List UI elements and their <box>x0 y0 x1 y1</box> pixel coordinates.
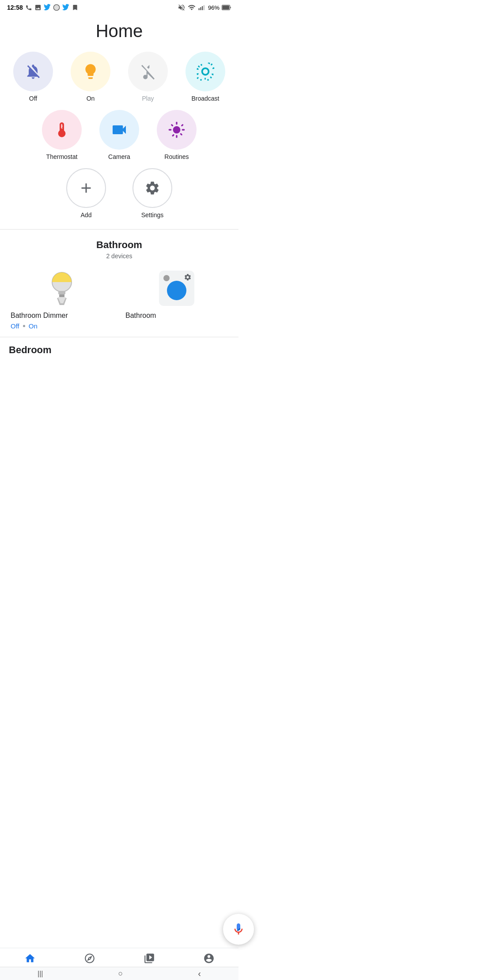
shortcut-thermostat-label: Thermostat <box>46 153 78 160</box>
svg-rect-1 <box>198 8 199 11</box>
shortcuts-row2: Thermostat Camera Routines <box>0 110 238 160</box>
control-separator <box>23 325 25 327</box>
svg-rect-9 <box>58 291 65 294</box>
off-icon-circle <box>13 52 53 91</box>
shortcuts-row1: Off On Play Broadcast <box>0 52 238 102</box>
shortcut-on[interactable]: On <box>71 52 110 102</box>
svg-rect-10 <box>59 294 64 297</box>
broadcast-icon-circle <box>186 52 225 91</box>
device-bathroom[interactable]: Bathroom <box>124 268 230 330</box>
bathroom-device-name: Bathroom <box>124 312 156 320</box>
shortcut-routines[interactable]: Routines <box>157 110 197 160</box>
bookmark-icon <box>72 4 79 11</box>
page-title: Home <box>0 21 238 41</box>
shortcut-routines-label: Routines <box>164 153 189 160</box>
routines-icon-circle <box>157 110 197 150</box>
twitter2-icon <box>62 4 69 11</box>
thermostat-icon-circle <box>42 110 82 150</box>
bathroom-device-icon-area <box>124 268 230 308</box>
shortcut-settings[interactable]: Settings <box>132 168 172 219</box>
device-dot <box>163 275 170 281</box>
shortcut-thermostat[interactable]: Thermostat <box>42 110 82 160</box>
dimmer-off-btn[interactable]: Off <box>11 322 19 330</box>
videocam-icon <box>110 121 128 139</box>
partial-room-name: Be <box>9 344 21 355</box>
thermometer-icon <box>53 121 71 139</box>
shortcut-camera-label: Camera <box>108 153 130 160</box>
battery-level: 96% <box>208 4 220 11</box>
signal-icon <box>198 4 206 11</box>
dimmer-on-btn[interactable]: On <box>29 322 38 330</box>
svg-rect-3 <box>202 6 203 10</box>
shortcut-add-label: Add <box>81 211 92 219</box>
camera-icon-circle <box>99 110 139 150</box>
play-icon-circle <box>128 52 168 91</box>
shortcut-settings-label: Settings <box>141 211 164 219</box>
page-header: Home <box>0 13 238 52</box>
dimmer-device-name: Bathroom Dimmer <box>9 312 68 320</box>
dimmer-bulb-icon <box>46 270 77 307</box>
phone-icon <box>25 4 32 11</box>
battery-icon <box>222 5 231 10</box>
shortcuts-row3: Add Settings <box>0 168 238 219</box>
dimmer-icon-area <box>9 268 115 308</box>
dimmer-controls: Off On <box>9 322 38 330</box>
mute-icon <box>178 4 186 11</box>
music-off-icon <box>139 63 157 80</box>
on-icon-circle <box>71 52 110 91</box>
status-left: 12:58 <box>7 4 79 11</box>
shortcut-add[interactable]: Add <box>66 168 106 219</box>
status-bar: 12:58 96% <box>0 0 238 13</box>
twitter-icon <box>44 4 51 11</box>
shortcut-on-label: On <box>87 95 95 102</box>
status-time: 12:58 <box>7 4 23 11</box>
bathroom-device-card-icon <box>159 271 194 306</box>
shortcut-broadcast[interactable]: Broadcast <box>186 52 225 102</box>
room-name: Bathroom <box>9 239 230 251</box>
image-icon <box>34 4 42 11</box>
ball-icon <box>53 4 60 11</box>
room-bathroom: Bathroom 2 devices <box>0 239 238 330</box>
svg-rect-4 <box>204 5 204 10</box>
section-divider <box>0 229 238 230</box>
bell-off-icon <box>24 63 42 80</box>
devices-row: Bathroom Dimmer Off On <box>9 268 230 330</box>
room-device-count: 2 devices <box>9 253 230 260</box>
add-icon <box>78 180 94 196</box>
partial-room-name2: dr <box>21 344 31 355</box>
wifi-icon <box>188 4 196 11</box>
svg-rect-6 <box>223 6 230 10</box>
add-icon-circle <box>66 168 106 208</box>
settings-icon-circle <box>132 168 172 208</box>
shortcut-play-label: Play <box>142 95 154 102</box>
broadcast-icon <box>196 62 215 81</box>
shortcut-camera[interactable]: Camera <box>99 110 139 160</box>
svg-rect-2 <box>200 7 201 10</box>
brightness-icon <box>168 121 186 139</box>
device-main-circle <box>167 281 186 300</box>
room-partial-section: Bedroom <box>0 337 238 356</box>
gear-icon <box>144 180 160 196</box>
shortcut-broadcast-label: Broadcast <box>191 95 219 102</box>
shortcut-off[interactable]: Off <box>13 52 53 102</box>
lightbulb-icon <box>82 63 99 80</box>
shortcut-play[interactable]: Play <box>128 52 168 102</box>
shortcut-off-label: Off <box>29 95 37 102</box>
device-settings-icon <box>184 273 192 281</box>
status-right: 96% <box>178 4 231 11</box>
partial-room-name3: oom <box>31 344 51 355</box>
device-bathroom-dimmer[interactable]: Bathroom Dimmer Off On <box>9 268 115 330</box>
